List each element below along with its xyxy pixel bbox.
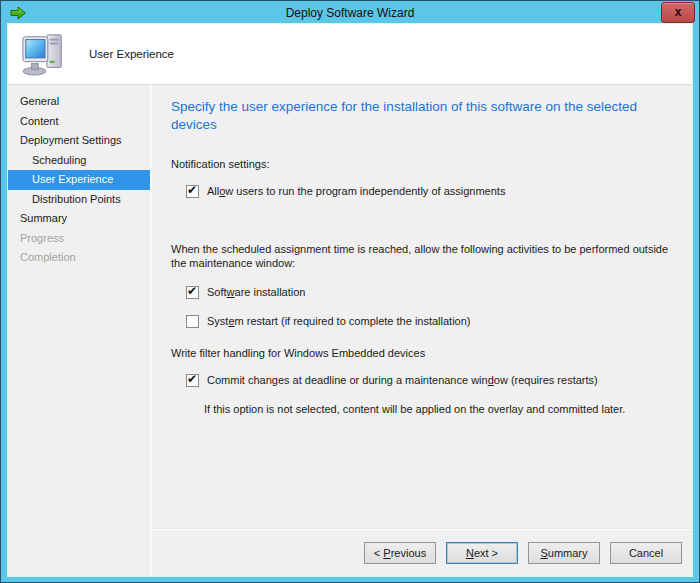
sidebar-item-deployment-settings[interactable]: Deployment Settings [8,131,150,151]
sidebar-item-summary[interactable]: Summary [8,209,150,229]
title-bar: Deploy Software Wizard x [8,1,692,24]
wizard-header: User Experience [8,24,692,85]
sidebar-item-scheduling[interactable]: Scheduling [8,151,150,171]
software-installation-label[interactable]: Software installation [207,286,305,299]
sidebar-item-progress: Progress [8,229,150,249]
summary-button[interactable]: Summary [528,542,600,564]
button-bar: < Previous Next > Summary Cancel [152,529,692,576]
next-button[interactable]: Next > [446,542,518,564]
system-restart-label[interactable]: System restart (if required to complete … [207,315,471,328]
allow-users-label[interactable]: Allow users to run the program independe… [207,185,505,198]
allow-users-checkbox[interactable] [186,185,199,198]
window-title: Deploy Software Wizard [8,1,692,24]
software-installation-checkbox[interactable] [186,286,199,299]
commit-changes-label[interactable]: Commit changes at deadline or during a m… [207,374,598,387]
system-restart-checkbox[interactable] [186,315,199,328]
sidebar-item-completion: Completion [8,248,150,268]
deploy-software-wizard-window: Deploy Software Wizard x [0,0,700,583]
sidebar-item-distribution-points[interactable]: Distribution Points [8,190,150,210]
sidebar-item-content[interactable]: Content [8,112,150,132]
sidebar: General Content Deployment Settings Sche… [8,85,150,576]
previous-button[interactable]: < Previous [364,542,436,564]
sidebar-item-general[interactable]: General [8,92,150,112]
checkbox-row-allow-users[interactable]: Allow users to run the program independe… [186,185,672,198]
cancel-button[interactable]: Cancel [610,542,682,564]
page-title: User Experience [89,48,174,60]
close-button[interactable]: x [661,2,695,23]
computer-icon [21,31,67,77]
sidebar-item-user-experience[interactable]: User Experience [8,170,150,190]
notification-settings-label: Notification settings: [171,158,672,170]
commit-note: If this option is not selected, content … [204,403,672,415]
checkbox-row-software-installation[interactable]: Software installation [186,286,672,299]
write-filter-label: Write filter handling for Windows Embedd… [171,347,672,359]
commit-changes-checkbox[interactable] [186,374,199,387]
main-column: Specify the user experience for the inst… [152,85,692,576]
content-panel: Specify the user experience for the inst… [152,85,692,529]
checkbox-row-commit-changes[interactable]: Commit changes at deadline or during a m… [186,374,672,387]
checkbox-row-system-restart[interactable]: System restart (if required to complete … [186,315,672,328]
maintenance-window-text: When the scheduled assignment time is re… [171,242,672,271]
page-heading: Specify the user experience for the inst… [171,98,672,134]
wizard-frame: User Experience General Content Deployme… [8,24,692,576]
wizard-body: General Content Deployment Settings Sche… [8,85,692,576]
